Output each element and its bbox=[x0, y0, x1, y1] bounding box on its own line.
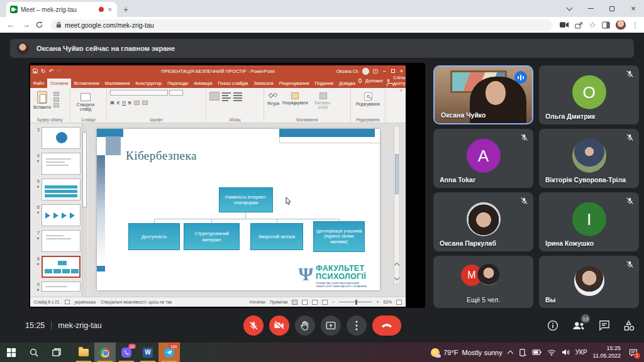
thumbnail-image[interactable] bbox=[42, 230, 80, 252]
back-icon[interactable]: ← bbox=[5, 20, 16, 30]
participant-tile-oksana-chuiko[interactable]: Оксана Чуйко bbox=[433, 65, 533, 124]
status-accessibility[interactable]: Спеціальні можливості: щось не так bbox=[101, 300, 172, 304]
ppt-restore-icon[interactable] bbox=[391, 69, 395, 73]
browser-avatar[interactable] bbox=[616, 20, 626, 30]
language-indicator[interactable]: УКР bbox=[575, 349, 587, 356]
thumbnail-slide-8-selected[interactable]: 8★ bbox=[31, 256, 88, 278]
more-options-button[interactable] bbox=[347, 315, 367, 336]
quick-access-toolbar[interactable]: ↻ ↶ ⋯ bbox=[33, 68, 61, 74]
diagram-child-node[interactable]: Структурований матеріал bbox=[184, 223, 240, 250]
bullets-icon[interactable] bbox=[209, 92, 219, 101]
viber-icon[interactable]: 10 bbox=[116, 343, 137, 362]
word-icon[interactable]: W bbox=[137, 343, 158, 362]
task-view-icon[interactable] bbox=[45, 343, 68, 362]
notes-button[interactable]: Нотатки bbox=[250, 300, 265, 304]
share-icon[interactable] bbox=[575, 21, 583, 29]
view-slideshow-icon[interactable] bbox=[322, 300, 328, 305]
thumbnail-slide-5[interactable]: 5★ bbox=[31, 178, 88, 200]
diagram-child-node[interactable]: Доступність bbox=[128, 223, 180, 250]
ppt-close-icon[interactable]: × bbox=[400, 68, 403, 74]
participant-tile-viktoria[interactable]: Вікторія Суворова-Тріла bbox=[539, 129, 639, 188]
volume-icon[interactable] bbox=[562, 349, 570, 356]
ppt-tab-record[interactable]: Записати bbox=[251, 79, 276, 88]
ppt-share-button[interactable]: Спільний доступ bbox=[393, 75, 406, 86]
ribbon-options-icon[interactable] bbox=[373, 69, 378, 74]
save-icon[interactable] bbox=[33, 69, 38, 74]
thumbnail-image[interactable] bbox=[42, 153, 80, 175]
diagram-child-node[interactable]: Ідентифікація учасників (підписи своїми … bbox=[313, 221, 365, 252]
ppt-tab-design[interactable]: Конструктор bbox=[133, 79, 165, 88]
thumbnail-slide-7[interactable]: 7★ bbox=[31, 230, 88, 252]
view-sorter-icon[interactable] bbox=[302, 300, 308, 305]
theme-icon[interactable] bbox=[65, 300, 70, 304]
comments-button[interactable]: Примітки bbox=[270, 300, 288, 304]
camera-in-use-icon[interactable] bbox=[560, 21, 569, 28]
ppt-tab-slideshow[interactable]: Показ слайдів bbox=[215, 79, 251, 88]
qat-customize-icon[interactable]: ⋯ bbox=[57, 69, 61, 74]
italic-button[interactable]: К bbox=[117, 100, 119, 106]
participant-tile-overflow[interactable]: M Ещё 5 чел. bbox=[433, 256, 533, 308]
underline-button[interactable]: П bbox=[122, 100, 125, 106]
browser-profile-chevron-icon[interactable] bbox=[558, 0, 580, 17]
browser-tab[interactable]: Meet – mek-zrig-tau × bbox=[6, 2, 117, 17]
side-panel-icon[interactable] bbox=[602, 21, 610, 29]
align-center-icon[interactable] bbox=[233, 90, 242, 101]
participant-tile-oksana-parkulab[interactable]: Оксана Паркулаб bbox=[433, 192, 533, 251]
ppt-tab-insert[interactable]: Вставлення bbox=[71, 79, 102, 88]
view-normal-icon[interactable] bbox=[292, 300, 297, 305]
battery-icon[interactable] bbox=[532, 349, 541, 355]
undo-icon[interactable]: ↶ bbox=[49, 68, 54, 74]
browser-menu-icon[interactable]: ⋮ bbox=[631, 21, 639, 30]
clipboard-small-buttons[interactable] bbox=[53, 90, 59, 107]
tab-close-icon[interactable]: × bbox=[107, 6, 113, 13]
restore-button[interactable] bbox=[601, 0, 623, 17]
view-reading-icon[interactable] bbox=[312, 300, 318, 305]
telegram-icon[interactable]: 169 bbox=[158, 343, 180, 362]
ribbon-collapse-icon[interactable]: ⌃ bbox=[396, 88, 406, 123]
shapes-button[interactable]: Фігури bbox=[267, 90, 279, 106]
slide-scrollbar-thumb[interactable] bbox=[395, 154, 399, 194]
device-icon[interactable] bbox=[518, 349, 526, 356]
font-size-box[interactable] bbox=[169, 90, 183, 96]
ppt-tab-file[interactable]: Файл bbox=[30, 79, 47, 88]
bold-button[interactable]: Ж bbox=[110, 100, 114, 106]
scroll-up-icon[interactable] bbox=[394, 263, 399, 268]
start-button[interactable] bbox=[0, 343, 23, 362]
ppt-tab-draw[interactable]: Малювання bbox=[102, 79, 133, 88]
participant-tile-anna-tokar[interactable]: A Anna Tokar bbox=[433, 129, 533, 188]
ppt-tab-home[interactable]: Основне bbox=[47, 79, 71, 88]
ppt-tab-view[interactable]: Подання bbox=[312, 79, 336, 88]
chat-icon[interactable] bbox=[599, 320, 610, 331]
tray-expand-icon[interactable] bbox=[507, 350, 513, 356]
thumbnail-image[interactable] bbox=[42, 256, 80, 278]
slide-scrollbar[interactable] bbox=[394, 126, 400, 284]
paste-button[interactable]: Вставити bbox=[33, 90, 51, 109]
status-language[interactable]: українська bbox=[75, 300, 96, 304]
ppt-tab-transitions[interactable]: Переходи bbox=[165, 79, 191, 88]
diagram-root-node[interactable]: Наявність інтернет- платформи bbox=[219, 187, 273, 212]
mic-off-button[interactable] bbox=[243, 315, 264, 336]
bookmark-star-icon[interactable]: ☆ bbox=[589, 20, 596, 30]
address-bar[interactable]: meet.google.com/mek-zrig-tau bbox=[51, 19, 552, 31]
participant-tile-iryna-kozhushko[interactable]: I Ірина Кожушко bbox=[539, 192, 639, 251]
end-call-button[interactable] bbox=[372, 315, 401, 336]
reload-icon[interactable] bbox=[35, 21, 43, 29]
arrange-button[interactable]: Упорядкувати bbox=[282, 90, 308, 105]
quick-styles-button[interactable]: Експрес- стилі bbox=[311, 90, 336, 109]
ppt-help-label[interactable]: Допомог bbox=[365, 78, 384, 84]
close-button[interactable]: × bbox=[623, 0, 644, 17]
slide-thumbnail-panel[interactable]: 3 4★ 5★ 6★ bbox=[30, 123, 88, 297]
thumbnail-scrollbar-thumb[interactable] bbox=[82, 132, 87, 207]
participant-tile-olga-dmytryk[interactable]: O Ольга Дмитрик bbox=[539, 65, 639, 124]
thumbnail-slide-6[interactable]: 6★ bbox=[31, 204, 88, 226]
align-left-icon[interactable] bbox=[222, 90, 231, 101]
zoom-percent[interactable]: 63% bbox=[383, 300, 392, 304]
activities-icon[interactable] bbox=[623, 320, 635, 331]
zoom-slider-knob[interactable] bbox=[355, 300, 357, 305]
wifi-icon[interactable] bbox=[547, 349, 556, 356]
zoom-slider[interactable] bbox=[339, 302, 372, 303]
font-color-icon[interactable] bbox=[142, 101, 148, 105]
info-icon[interactable] bbox=[547, 320, 558, 331]
zoom-in-icon[interactable]: + bbox=[376, 300, 379, 304]
scroll-down-icon[interactable] bbox=[394, 275, 399, 280]
